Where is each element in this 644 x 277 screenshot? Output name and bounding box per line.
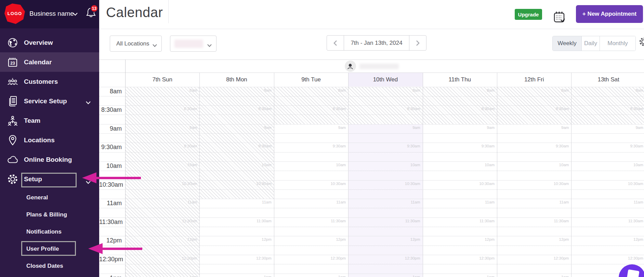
cell-time-label: 12pm — [348, 237, 422, 241]
cell-time-label: 12:30pm — [497, 256, 570, 260]
view-daily-button[interactable]: Daily — [581, 36, 600, 51]
sidebar-item-online-booking[interactable]: Online Booking — [0, 150, 99, 169]
sidebar-item-calendar[interactable]: 23 Calendar — [0, 52, 99, 72]
column-border — [497, 73, 497, 277]
unavailable-hatch-overlay — [497, 87, 571, 124]
cell-time-label: 12pm — [199, 237, 273, 241]
app-window: Calendar Upgrade + New Appointment All L… — [0, 0, 644, 277]
time-gutter-label: 1pm — [99, 275, 122, 277]
user-profile-highlight-box — [21, 241, 76, 256]
sidebar-item-service-setup[interactable]: Service Setup — [0, 91, 99, 111]
cell-time-label: 9am — [571, 126, 644, 130]
view-weekly-button[interactable]: Weekly — [553, 36, 581, 51]
cell-time-label: 1pm — [199, 275, 273, 277]
cell-time-label: 11:30am — [274, 219, 347, 223]
day-header: 11th Thu — [423, 73, 497, 87]
staff-name-redacted — [359, 64, 399, 69]
cloud-icon — [7, 154, 18, 166]
unavailable-hatch-overlay — [349, 87, 422, 124]
sidebar-item-general[interactable]: General — [0, 189, 99, 206]
day-header: 12th Fri — [497, 73, 571, 87]
sidebar-item-locations[interactable]: Locations — [0, 130, 99, 150]
sidebar-item-label: Online Booking — [24, 156, 72, 163]
cell-time-label: 10:30am — [274, 182, 347, 186]
column-border — [571, 73, 571, 277]
date-range-label: 7th - Jan 13th, 2024 — [344, 36, 409, 50]
sidebar-item-team[interactable]: Team — [0, 111, 99, 130]
service-document-icon — [7, 95, 18, 107]
cell-time-label: 9am — [348, 126, 422, 130]
chevron-down-icon[interactable] — [73, 11, 78, 17]
cell-time-label: 9:30am — [571, 144, 644, 148]
time-gutter-label: 9am — [99, 125, 122, 132]
cell-time-label: 1pm — [497, 275, 570, 277]
unavailable-hatch-overlay — [200, 87, 274, 199]
staff-avatar — [345, 61, 356, 72]
cell-time-label: 10am — [423, 163, 496, 167]
sidebar-item-overview[interactable]: Overview — [0, 33, 99, 52]
unavailable-hatch-overlay — [423, 87, 497, 124]
cell-time-label: 11am — [199, 200, 273, 204]
sidebar-item-closed-dates[interactable]: Closed Dates — [0, 258, 99, 275]
column-border — [274, 73, 274, 277]
calendar-icon: 23 — [7, 56, 18, 68]
cell-time-label: 10:30am — [348, 182, 422, 186]
time-gutter-label: 9:30am — [99, 144, 122, 151]
sidebar-item-notifications[interactable]: Notifications — [0, 223, 99, 240]
cell-time-label: 10:30am — [571, 182, 644, 186]
sidebar-subitem-label: Closed Dates — [26, 263, 63, 269]
cell-time-label: 11:30am — [423, 219, 496, 223]
cell-time-label: 12pm — [423, 237, 496, 241]
previous-week-button[interactable] — [327, 36, 344, 50]
gear-icon — [7, 173, 18, 185]
cell-time-label: 9:30am — [423, 144, 496, 148]
user-profile-annotation-arrow — [88, 243, 142, 254]
cell-time-label: 9:30am — [348, 144, 422, 148]
cell-time-label: 1pm — [274, 275, 347, 277]
cell-time-label: 9:30am — [274, 144, 347, 148]
cell-time-label: 11am — [274, 200, 347, 204]
cell-time-label: 9am — [274, 126, 347, 130]
calendar-settings-gear-icon[interactable] — [639, 37, 644, 48]
svg-text:23: 23 — [10, 61, 15, 66]
day-header: 8th Mon — [199, 73, 274, 87]
cell-time-label: 1pm — [348, 275, 422, 277]
day-header: 10th Wed — [348, 73, 422, 87]
time-gutter-label: 8:30am — [99, 106, 122, 114]
sidebar-item-label: Locations — [24, 136, 55, 144]
next-week-button[interactable] — [409, 36, 426, 50]
day-header: 7th Sun — [125, 73, 199, 87]
team-icon — [7, 115, 18, 127]
sidebar-subitem-label: General — [26, 194, 48, 201]
upgrade-button[interactable]: Upgrade — [515, 9, 542, 20]
sidebar-subitem-label: Notifications — [26, 228, 62, 235]
cell-time-label: 10:30am — [423, 182, 496, 186]
locations-dropdown[interactable]: All Locations — [110, 36, 162, 52]
new-appointment-button[interactable]: + New Appointment — [576, 5, 643, 23]
time-gutter-label: 11am — [99, 200, 122, 207]
time-gutter-label: 11:30am — [99, 219, 122, 226]
cell-time-label: 9am — [423, 126, 496, 130]
cell-time-label: 11:30am — [571, 219, 644, 223]
cell-time-label: 11:30am — [497, 219, 570, 223]
page-title: Calendar — [106, 5, 163, 20]
time-gutter-label: 10am — [99, 162, 122, 170]
unavailable-hatch-overlay — [274, 87, 348, 124]
cell-time-label: 10am — [497, 163, 570, 167]
chevron-down-icon — [152, 42, 157, 49]
business-name[interactable]: Business name — [29, 10, 74, 17]
staff-dropdown[interactable] — [170, 36, 216, 52]
map-pin-icon — [7, 134, 18, 146]
sidebar-item-plans-billing[interactable]: Plans & Billing — [0, 206, 99, 223]
sidebar-item-label: Team — [24, 117, 40, 124]
view-monthly-button[interactable]: Monthly — [600, 36, 635, 51]
column-border — [348, 73, 349, 277]
cell-time-label: 10am — [348, 163, 422, 167]
header-divider — [168, 0, 169, 23]
cell-time-label: 11am — [423, 200, 496, 204]
column-border — [423, 73, 423, 277]
calendar-check-icon[interactable] — [553, 11, 565, 25]
sidebar-subitem-label: Plans & Billing — [26, 211, 67, 218]
globe-icon — [7, 37, 18, 49]
sidebar-item-customers[interactable]: Customers — [0, 72, 99, 91]
